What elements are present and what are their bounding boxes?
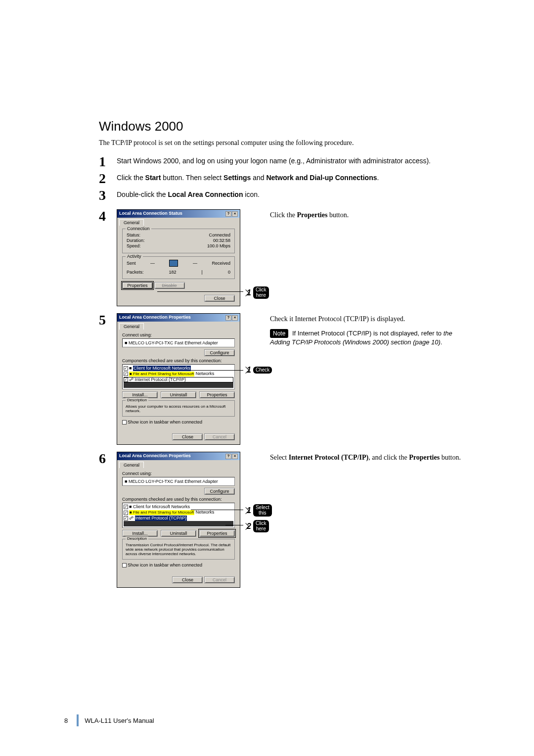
step-num-2: 2 [99,172,117,186]
s6b: Internet Protocol (TCP/IP) [289,454,368,461]
s5-note: Note If Internet Protocol (TCP/IP) is no… [270,329,470,347]
step-text-1: Start Windows 2000, and log on using you… [117,155,470,166]
callout-click-here-2: 2 Click here [243,520,269,532]
window-controls: ?× [225,315,238,321]
item-client-networks[interactable]: Client for Microsoft Networks [133,504,190,509]
install-button[interactable]: Install... [122,530,158,537]
t2c: button. Then select [161,174,223,182]
callout-bubble-click-here-2: Click here [253,520,269,532]
item-client-networks[interactable]: Client for Microsoft Networks [133,366,191,371]
received-label: Received [212,261,230,266]
callout-select-this: 1 Select this [243,504,272,517]
footer-divider [77,714,79,726]
page-number: 8 [64,717,68,724]
properties-button[interactable]: Properties [199,530,235,537]
item-nwlink[interactable]: NWLink Protocol [128,382,161,387]
callout-check: 1 Check [243,366,272,375]
s5-note-end: . [441,338,443,346]
packets-sent: 182 [169,270,177,275]
t2e: . [377,174,379,182]
components-label: Components checked are used by this conn… [122,358,235,363]
components-list[interactable]: ✓■ Client for Microsoft Networks ✓■ File… [122,503,235,528]
packets-label: Packets: [127,270,144,275]
step-3: 3 Double-click the Local Area Connection… [99,189,470,202]
duration-value: 00:32:58 [213,238,230,243]
packets-recv: 0 [228,270,230,275]
close-button[interactable]: Close [172,433,203,440]
step-text-3: Double-click the Local Area Connection i… [117,189,470,199]
footer-title: WLA-L11 User's Manual [85,717,154,724]
s6e: button. [440,454,461,461]
speed-label: Speed: [127,243,141,248]
item-tcpip[interactable]: Internet Protocol (TCP/IP) [135,377,186,382]
tab-general[interactable]: General [119,462,144,468]
dialog-props6-titlebar: Local Area Connection Properties ?× [117,452,240,460]
adapter-field: ■ MELCO LGY-PCI-TXC Fast Ethernet Adapte… [122,477,235,486]
t2b1: Start [145,174,161,182]
configure-button[interactable]: Configure [204,349,235,356]
disable-button[interactable]: Disable [154,282,185,289]
step-4-side-text: Click the Properties button. [270,209,470,220]
s5-note-text: If Internet Protocol (TCP/IP) is not dis… [292,330,444,337]
note-badge: Note [270,329,288,338]
show-icon-checkbox[interactable] [122,563,127,567]
properties-button[interactable]: Properties [122,282,153,289]
s5-check-text: Check it Internet Protocol (TCP/IP) is d… [270,314,470,324]
s6d: Properties [409,454,440,461]
cancel-button[interactable]: Cancel [204,433,235,440]
t2b3: Network and Dial-up Connections [266,174,377,182]
help-icon[interactable]: ? [225,211,231,217]
step-num-4: 4 [99,209,117,223]
components-list[interactable]: ✓■ Client for Microsoft Networks ✓■ File… [122,364,235,389]
step-6-side-text: Select Internet Protocol (TCP/IP), and c… [270,452,470,463]
step-num-6: 6 [99,452,117,466]
window-controls: ?× [225,211,238,217]
close-icon[interactable]: × [232,211,238,217]
t2d: and [251,174,266,182]
description-text: Allows your computer to access resources… [126,404,231,413]
s4c: button. [327,211,349,219]
status-label: Status: [127,233,140,237]
s6c: , and click the [368,454,409,461]
uninstall-button[interactable]: Uninstall [161,391,196,398]
cancel-button[interactable]: Cancel [204,576,235,583]
configure-button[interactable]: Configure [204,488,235,495]
tab-general[interactable]: General [119,219,144,226]
item-tcpip[interactable]: Internet Protocol (TCP/IP) [135,516,187,521]
description-text: Transmission Control Protocol/Internet P… [126,543,231,556]
s4b: Properties [297,211,327,219]
t2b2: Settings [223,174,251,182]
callout-click-here-1: 1 Click here [243,286,269,299]
install-button[interactable]: Install... [122,391,158,398]
dialog-properties-6: Local Area Connection Properties ?× Gene… [117,452,240,588]
close-button[interactable]: Close [172,576,203,583]
s4a: Click the [270,211,297,219]
show-icon-checkbox[interactable] [122,420,127,425]
uninstall-button[interactable]: Uninstall [161,530,196,537]
sent-label: Sent [127,261,136,266]
step-num-3: 3 [99,189,117,202]
dialog-props6-title: Local Area Connection Properties [119,453,191,459]
callout-bubble-click-here: Click here [253,286,269,299]
status-value: Connected [209,233,230,237]
help-icon[interactable]: ? [225,315,231,321]
show-icon-label: Show icon in taskbar when connected [128,563,202,567]
close-button[interactable]: Close [204,295,235,302]
close-icon[interactable]: × [232,315,238,321]
heading-windows-2000: Windows 2000 [99,119,470,134]
properties-button[interactable]: Properties [199,391,235,398]
callout-bubble-select: Select this [253,504,272,517]
item-nwlink[interactable]: NWLink Protocol [128,521,161,526]
close-icon[interactable]: × [232,454,238,459]
step-5-side-text: Check it Internet Protocol (TCP/IP) is d… [270,313,470,347]
t2a: Click the [117,174,145,182]
step-1: 1 Start Windows 2000, and log on using y… [99,155,470,169]
duration-label: Duration: [127,238,145,243]
step-2: 2 Click the Start button. Then select Se… [99,172,470,186]
description-label: Description [126,398,148,402]
help-icon[interactable]: ? [225,454,231,459]
s6a: Select [270,454,289,461]
dialog-properties-5: Local Area Connection Properties ?× Gene… [117,313,240,445]
dialog-props5-titlebar: Local Area Connection Properties ?× [117,314,240,322]
tab-general[interactable]: General [119,323,144,330]
